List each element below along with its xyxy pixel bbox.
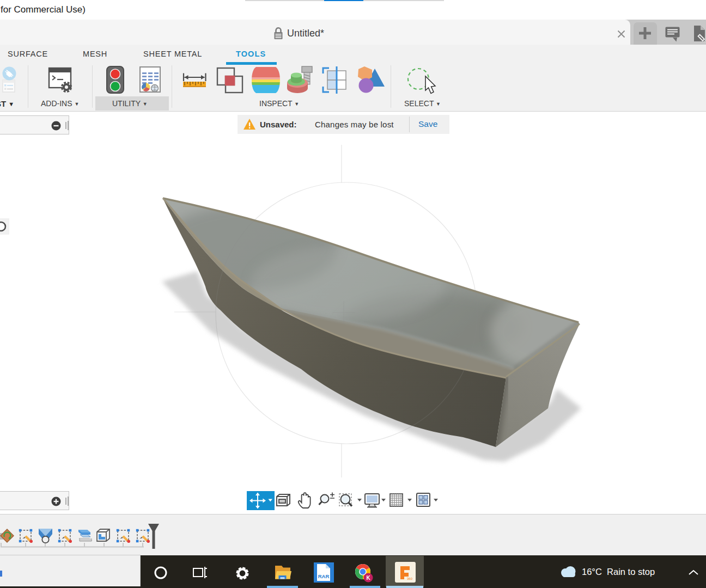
svg-text:360: 360 [407, 577, 413, 580]
svg-text:K: K [366, 575, 370, 581]
svg-text:RAR: RAR [318, 573, 330, 579]
